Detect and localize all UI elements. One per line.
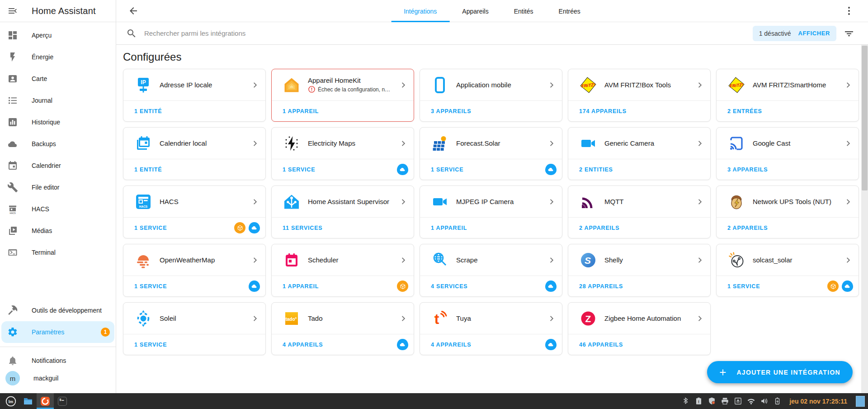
chevron-right-icon[interactable]	[695, 313, 706, 324]
integration-card-generic-camera[interactable]: Generic Camera2 ENTITIES	[568, 127, 711, 180]
tab-integrations[interactable]: Intégrations	[391, 0, 449, 22]
integration-card-forecast-solar[interactable]: Forecast.Solar1 SERVICE	[420, 127, 562, 180]
integration-card-avm-fritz-box-tools[interactable]: FRiTZ!AVM FRITZ!Box Tools174 APPAREILS	[568, 69, 711, 122]
sidebar-item-terminal[interactable]: Terminal	[0, 242, 116, 263]
chevron-right-icon[interactable]	[398, 138, 409, 149]
entity-count-link[interactable]: 1 APPAREIL	[283, 108, 408, 114]
clipboard-icon[interactable]: !	[694, 397, 703, 406]
entity-count-link[interactable]: 3 APPAREILS	[727, 166, 853, 173]
battery-charging-icon[interactable]	[773, 397, 782, 406]
sidebar-item-file-editor[interactable]: File editor	[0, 176, 116, 198]
chevron-right-icon[interactable]	[547, 80, 557, 90]
entity-count-link[interactable]: 4 SERVICES	[431, 283, 542, 290]
card-header[interactable]: Generic Camera	[568, 128, 710, 159]
wifi-icon[interactable]	[746, 397, 755, 406]
entity-count-link[interactable]: 1 ENTITÉ	[134, 108, 260, 114]
entity-count-link[interactable]: 1 ENTITÉ	[134, 166, 260, 173]
entity-count-link[interactable]: 1 APPAREIL	[283, 283, 394, 290]
sidebar-item-notifications[interactable]: Notifications	[0, 350, 116, 371]
integration-card-mqtt[interactable]: MQTT2 APPAREILS	[568, 185, 711, 238]
sidebar-item-hacs[interactable]: HACSHACS	[0, 198, 116, 220]
sidebar-item-carte[interactable]: Carte	[0, 68, 116, 90]
chevron-right-icon[interactable]	[398, 196, 409, 207]
entity-count-link[interactable]: 2 ENTITIES	[579, 166, 705, 173]
entity-count-link[interactable]: 4 APPAREILS	[431, 342, 542, 348]
card-header[interactable]: Soleil	[123, 303, 265, 334]
sidebar-item-backups[interactable]: Backups	[0, 133, 116, 155]
card-header[interactable]: Home Assistant Supervisor	[272, 186, 414, 218]
card-header[interactable]: tado°Tado	[272, 303, 414, 334]
integration-card-network-ups-tools-nut[interactable]: Network UPS Tools (NUT)2 APPAREILS	[716, 185, 859, 238]
taskbar-clock[interactable]: jeu 02 nov 17:25:11	[789, 398, 847, 405]
integration-card-scheduler[interactable]: Scheduler1 APPAREIL	[271, 244, 414, 297]
sidebar-item-outils-de-developpement[interactable]: Outils de développement	[0, 300, 116, 321]
integration-card-tuya[interactable]: tTuya4 APPAREILS	[420, 302, 562, 355]
sidebar-item-parametres[interactable]: Paramètres1	[1, 321, 114, 343]
show-desktop-button[interactable]	[856, 396, 865, 407]
integration-card-soleil[interactable]: Soleil1 SERVICE	[123, 302, 266, 355]
card-header[interactable]: Scrape	[420, 244, 562, 276]
menu-open-icon[interactable]	[7, 5, 18, 16]
chevron-right-icon[interactable]	[695, 255, 706, 266]
entity-count-link[interactable]: 1 SERVICE	[134, 283, 245, 290]
taskbar-app-file-manager[interactable]	[19, 393, 37, 409]
card-header[interactable]: Appareil HomeKitÉchec de la configuratio…	[272, 69, 414, 101]
kebab-menu-icon[interactable]	[843, 5, 855, 17]
card-header[interactable]: Scheduler	[272, 244, 414, 276]
entity-count-link[interactable]: 1 SERVICE	[134, 225, 231, 231]
integration-card-scrape[interactable]: Scrape4 SERVICES	[420, 244, 562, 297]
card-header[interactable]: ZZigbee Home Automation	[568, 303, 710, 334]
entity-count-link[interactable]: 2 ENTRÉES	[727, 108, 853, 114]
integration-card-zigbee-home-automation[interactable]: ZZigbee Home Automation46 APPAREILS	[568, 302, 711, 355]
chevron-right-icon[interactable]	[250, 196, 261, 207]
removable-drive-icon[interactable]	[733, 397, 742, 406]
integration-card-electricity-maps[interactable]: Electricity Maps1 SERVICE	[271, 127, 414, 180]
chevron-right-icon[interactable]	[547, 255, 557, 266]
card-header[interactable]: Electricity Maps	[272, 128, 414, 159]
card-header[interactable]: Network UPS Tools (NUT)	[717, 186, 859, 218]
sidebar-item-calendrier[interactable]: Calendrier	[0, 155, 116, 176]
integration-card-calendrier-local[interactable]: Calendrier local1 ENTITÉ	[123, 127, 266, 180]
integration-card-openweathermap[interactable]: OpenWeatherMap1 SERVICE	[123, 244, 266, 297]
add-integration-button[interactable]: AJOUTER UNE INTÉGRATION	[707, 361, 853, 383]
tab-appareils[interactable]: Appareils	[449, 0, 501, 22]
card-header[interactable]: Calendrier local	[123, 128, 265, 159]
chevron-right-icon[interactable]	[843, 196, 854, 207]
entity-count-link[interactable]: 1 SERVICE	[283, 166, 394, 173]
entity-count-link[interactable]: 1 APPAREIL	[431, 225, 557, 231]
entity-count-link[interactable]: 174 APPAREILS	[579, 108, 705, 114]
chevron-right-icon[interactable]	[843, 255, 854, 266]
integration-card-hacs[interactable]: HACSHACS1 SERVICE	[123, 185, 266, 238]
card-header[interactable]: MJPEG IP Camera	[420, 186, 562, 218]
scrollbar-thumb[interactable]	[862, 46, 868, 190]
card-header[interactable]: FRiTZ!AVM FRITZ!Box Tools	[568, 69, 710, 101]
card-header[interactable]: HACSHACS	[123, 186, 265, 218]
chevron-right-icon[interactable]	[547, 313, 557, 324]
integration-card-solcast-solar[interactable]: solcast_solar1 SERVICE	[716, 244, 859, 297]
entity-count-link[interactable]: 46 APPAREILS	[579, 342, 705, 348]
chevron-right-icon[interactable]	[695, 138, 706, 149]
entity-count-link[interactable]: 1 SERVICE	[134, 342, 260, 348]
tab-entrees[interactable]: Entrées	[546, 0, 593, 22]
integration-card-adresse-ip-locale[interactable]: IPAdresse IP locale1 ENTITÉ	[123, 69, 266, 122]
chevron-right-icon[interactable]	[398, 313, 409, 324]
integration-card-mjpeg-ip-camera[interactable]: MJPEG IP Camera1 APPAREIL	[420, 185, 562, 238]
integration-card-application-mobile[interactable]: Application mobile3 APPAREILS	[420, 69, 562, 122]
bluetooth-icon[interactable]	[681, 397, 690, 406]
chevron-right-icon[interactable]	[250, 138, 261, 149]
chevron-right-icon[interactable]	[250, 313, 261, 324]
chevron-right-icon[interactable]	[547, 196, 557, 207]
chevron-right-icon[interactable]	[547, 138, 557, 149]
integration-card-appareil-homekit[interactable]: Appareil HomeKitÉchec de la configuratio…	[271, 69, 414, 122]
sidebar-item-user[interactable]: m mackguil	[0, 371, 116, 393]
entity-count-link[interactable]: 28 APPAREILS	[579, 283, 705, 290]
chevron-right-icon[interactable]	[695, 196, 706, 207]
entity-count-link[interactable]: 2 APPAREILS	[727, 225, 853, 231]
chevron-right-icon[interactable]	[250, 255, 261, 266]
integration-card-tado[interactable]: tado°Tado4 APPAREILS	[271, 302, 414, 355]
entity-count-link[interactable]: 1 SERVICE	[727, 283, 824, 290]
entity-count-link[interactable]: 3 APPAREILS	[431, 108, 557, 114]
taskbar-app-browser[interactable]	[37, 393, 54, 409]
card-header[interactable]: FRiTZ!AVM FRITZ!SmartHome	[717, 69, 859, 101]
printer-icon[interactable]	[720, 397, 729, 406]
